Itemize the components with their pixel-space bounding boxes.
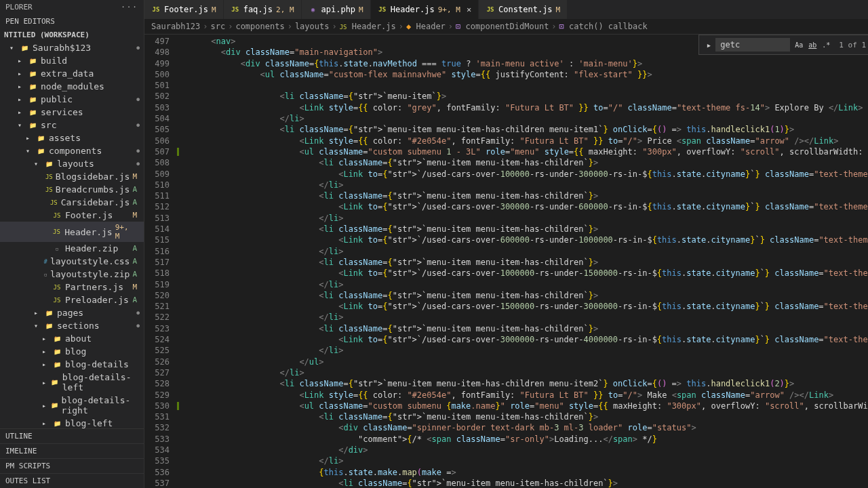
code-line[interactable]: <li className={"str">`menu-item`}>: [182, 91, 868, 102]
code-line[interactable]: <li className={"str">`menu-item menu-ite…: [182, 124, 868, 135]
code-line[interactable]: </li>: [182, 113, 868, 124]
code-line[interactable]: "comment">{/* <span className="sr-only">…: [182, 434, 868, 445]
editor-tab[interactable]: JSfaq.js2, M: [224, 0, 302, 19]
editor-tab[interactable]: ◉api.phpM: [302, 0, 371, 19]
file-icon: JS: [52, 284, 62, 291]
match-case-icon[interactable]: Aa: [793, 39, 805, 51]
folder-item[interactable]: ▸📁build: [0, 54, 144, 67]
code-line[interactable]: <Link to={"str">`/used-cars-over-3000000…: [182, 334, 868, 345]
breadcrumb-item[interactable]: components: [235, 22, 284, 31]
code-line[interactable]: <Link to={"str">`/used-cars-over-1000000…: [182, 268, 868, 279]
code-editor[interactable]: <nav> <div className="main-navigation"> …: [182, 35, 868, 488]
code-line[interactable]: <li className={"str">`menu-item menu-ite…: [182, 190, 868, 201]
tree-label: src: [41, 120, 56, 130]
code-line[interactable]: </li>: [182, 455, 868, 466]
match-word-icon[interactable]: ab: [806, 39, 818, 51]
tree-label: layoutstyle.zip: [50, 269, 130, 279]
panel-section[interactable]: OUTES LIST: [0, 473, 144, 488]
code-line[interactable]: </li>: [182, 345, 868, 356]
editor-tab[interactable]: JSConstent.jsM: [479, 0, 568, 19]
folder-item[interactable]: ▸📁public●: [0, 93, 144, 106]
code-line[interactable]: </li>: [182, 279, 868, 290]
panel-section[interactable]: IMELINE: [0, 443, 144, 458]
folder-item[interactable]: ▸📁blog-left: [0, 417, 144, 428]
breadcrumb[interactable]: Saurabh123›src›components›layouts›JS Hea…: [144, 19, 868, 35]
breadcrumb-item[interactable]: layouts: [295, 22, 330, 31]
file-item[interactable]: JSHeader.js9+, M: [0, 222, 144, 242]
code-line[interactable]: <div className={this.state.navMethod ===…: [182, 58, 868, 69]
code-line[interactable]: <li className={"str">`menu-item menu-ite…: [182, 478, 868, 488]
folder-item[interactable]: ▸📁services: [0, 106, 144, 119]
code-line[interactable]: <li className={"str">`menu-item menu-ite…: [182, 224, 868, 235]
code-line[interactable]: <Link style={{ color: "#2e054e", fontFam…: [182, 136, 868, 146]
folder-item[interactable]: ▸📁blog-details-right: [0, 394, 144, 417]
file-item[interactable]: JSBlogsidebar.jsM: [0, 170, 144, 183]
folder-item[interactable]: ▸📁blog-details-left: [0, 371, 144, 394]
open-editors-section[interactable]: PEN EDITORS: [0, 14, 144, 28]
code-line[interactable]: [182, 80, 868, 91]
workspace-title[interactable]: NTITLED (WORKSPACE): [0, 28, 144, 41]
code-line[interactable]: {this.state.make.map(make =>: [182, 467, 868, 478]
file-item[interactable]: JSCarsidebar.jsA: [0, 196, 144, 209]
code-line[interactable]: <ul className="custom-flex mainnavhwe" s…: [182, 69, 868, 80]
code-line[interactable]: <li className={"str">`menu-item menu-ite…: [182, 257, 868, 268]
folder-item[interactable]: ▾📁Saurabh$123●: [0, 41, 144, 54]
regex-icon[interactable]: .*: [820, 39, 832, 51]
code-line[interactable]: <Link to={"str">`/used-cars-over-1500000…: [182, 301, 868, 312]
file-item[interactable]: JSFooter.jsM: [0, 209, 144, 222]
folder-item[interactable]: ▸📁extra_data: [0, 67, 144, 80]
file-item[interactable]: ▫Header.zipA: [0, 242, 144, 255]
breadcrumb-item[interactable]: ⊡ componentDidMount: [456, 22, 549, 31]
code-line[interactable]: </div>: [182, 445, 868, 455]
more-icon[interactable]: ···: [121, 3, 138, 12]
file-item[interactable]: ▫layoutstyle.zipA: [0, 268, 144, 281]
find-input[interactable]: [715, 38, 790, 52]
file-item[interactable]: #layoutstyle.cssA: [0, 255, 144, 268]
code-line[interactable]: <ul className="custom submenu {make.name…: [182, 401, 868, 411]
folder-item[interactable]: ▸📁node_modules: [0, 80, 144, 93]
folder-item[interactable]: ▸📁pages●: [0, 306, 144, 319]
code-line[interactable]: </ul>: [182, 357, 868, 367]
find-expand-icon[interactable]: ▸: [702, 40, 715, 50]
tree-label: Header.zip: [65, 243, 118, 253]
file-item[interactable]: JSBreadcrumbs.jsA: [0, 183, 144, 196]
folder-item[interactable]: ▾📁components●: [0, 144, 144, 157]
code-line[interactable]: <li className={"str">`menu-item menu-ite…: [182, 290, 868, 301]
panel-section[interactable]: PM SCRIPTS: [0, 458, 144, 473]
tab-label: Constent.js: [498, 5, 552, 14]
folder-item[interactable]: ▾📁layouts●: [0, 157, 144, 170]
editor-tab[interactable]: JSFooter.jsM: [144, 0, 224, 19]
code-line[interactable]: <div className="spinner-border text-dark…: [182, 422, 868, 433]
code-line[interactable]: </li>: [182, 312, 868, 323]
close-icon[interactable]: ✕: [467, 5, 471, 14]
code-line[interactable]: </li>: [182, 367, 868, 378]
code-line[interactable]: <li className={"str">`menu-item menu-ite…: [182, 411, 868, 422]
folder-item[interactable]: ▸📁assets: [0, 131, 144, 144]
code-line[interactable]: </li>: [182, 213, 868, 224]
breadcrumb-item[interactable]: ⊡ catch() callback: [559, 22, 648, 31]
code-line[interactable]: <li className={"str">`menu-item menu-ite…: [182, 323, 868, 334]
file-item[interactable]: JSPartners.jsM: [0, 281, 144, 293]
breadcrumb-item[interactable]: Saurabh123: [151, 22, 200, 31]
code-line[interactable]: </li>: [182, 180, 868, 190]
code-line[interactable]: </li>: [182, 246, 868, 257]
folder-item[interactable]: ▸📁blog: [0, 345, 144, 358]
code-line[interactable]: <Link to={"str">`/used-cars-over-600000-…: [182, 235, 868, 245]
editor-tab[interactable]: JSHeader.js9+, M✕: [371, 0, 479, 19]
panel-section[interactable]: UTLINE: [0, 428, 144, 443]
folder-item[interactable]: ▾📁src●: [0, 119, 144, 131]
file-item[interactable]: JSPreloader.jsA: [0, 293, 144, 306]
code-line[interactable]: <Link to={"str">`/used-cars-over-100000-…: [182, 169, 868, 180]
breadcrumb-item[interactable]: JS Header.js: [340, 22, 396, 31]
code-line[interactable]: <ul className="custom submenu 1 - 3L" ro…: [182, 146, 868, 157]
folder-item[interactable]: ▸📁about: [0, 332, 144, 345]
folder-item[interactable]: ▸📁blog-details: [0, 358, 144, 371]
folder-item[interactable]: ▾📁sections●: [0, 319, 144, 332]
code-line[interactable]: <Link style={{ color: "#2e054e", fontFam…: [182, 390, 868, 401]
code-line[interactable]: <li className={"str">`menu-item menu-ite…: [182, 378, 868, 389]
breadcrumb-item[interactable]: ◆ Header: [406, 22, 446, 31]
code-line[interactable]: <Link style={{ color: "grey", fontFamily…: [182, 102, 868, 113]
code-line[interactable]: <Link to={"str">`/used-cars-over-300000-…: [182, 201, 868, 212]
code-line[interactable]: <li className={"str">`menu-item menu-ite…: [182, 157, 868, 168]
breadcrumb-item[interactable]: src: [210, 22, 225, 31]
